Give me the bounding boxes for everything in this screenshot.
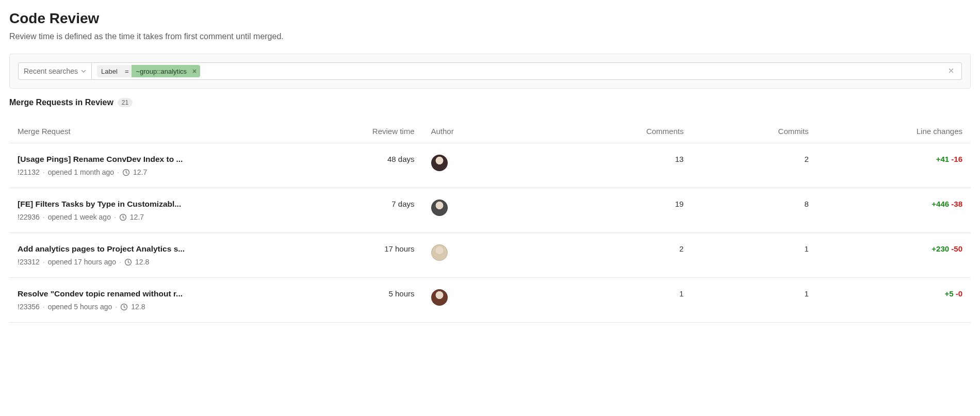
- clock-icon: [124, 258, 132, 266]
- deletions: -38: [951, 199, 962, 208]
- mr-opened: opened 17 hours ago: [48, 258, 116, 266]
- col-header-comments[interactable]: Comments: [557, 111, 692, 143]
- commits-cell: 1: [692, 233, 816, 278]
- mr-opened: opened 1 week ago: [48, 213, 111, 221]
- section-count-badge: 21: [118, 98, 133, 107]
- col-header-review-time[interactable]: Review time: [317, 111, 422, 143]
- mr-meta: !23312·opened 17 hours ago·12.8: [18, 258, 308, 266]
- clock-icon: [119, 213, 127, 221]
- review-time-cell: 5 hours: [317, 278, 422, 323]
- mr-meta: !22936·opened 1 week ago·12.7: [18, 213, 308, 221]
- close-icon: [192, 69, 197, 74]
- line-changes-cell: +41 -16: [817, 143, 971, 188]
- mr-milestone[interactable]: 12.8: [131, 303, 145, 311]
- separator-dot: ·: [114, 213, 116, 221]
- col-header-line-changes[interactable]: Line changes: [817, 111, 971, 143]
- col-header-commits[interactable]: Commits: [692, 111, 816, 143]
- filter-token[interactable]: Label = ~group::analytics: [97, 65, 200, 77]
- comments-cell: 13: [557, 143, 692, 188]
- page-description: Review time is defined as the time it ta…: [9, 32, 971, 41]
- separator-dot: ·: [43, 168, 45, 176]
- page-title: Code Review: [9, 10, 971, 27]
- filter-text-input[interactable]: [200, 63, 946, 79]
- recent-searches-dropdown[interactable]: Recent searches: [18, 62, 92, 80]
- line-changes-cell: +5 -0: [817, 278, 971, 323]
- separator-dot: ·: [43, 213, 45, 221]
- mr-milestone[interactable]: 12.7: [133, 168, 147, 176]
- merge-requests-table: Merge Request Review time Author Comment…: [9, 111, 971, 323]
- separator-dot: ·: [119, 258, 121, 266]
- mr-milestone[interactable]: 12.8: [135, 258, 149, 266]
- separator-dot: ·: [43, 258, 45, 266]
- col-header-merge-request[interactable]: Merge Request: [9, 111, 317, 143]
- additions: +446: [932, 199, 949, 208]
- additions: +41: [936, 155, 949, 163]
- filter-token-operator: =: [122, 68, 132, 75]
- comments-cell: 19: [557, 188, 692, 233]
- section-header: Merge Requests in Review 21: [9, 98, 971, 107]
- avatar[interactable]: [431, 289, 448, 306]
- review-time-cell: 7 days: [317, 188, 422, 233]
- line-changes-cell: +230 -50: [817, 233, 971, 278]
- close-icon: [948, 68, 954, 74]
- mr-meta: !21132·opened 1 month ago·12.7: [18, 168, 308, 176]
- mr-milestone[interactable]: 12.7: [130, 213, 144, 221]
- commits-cell: 8: [692, 188, 816, 233]
- filter-panel: Recent searches Label = ~group::analytic…: [9, 54, 971, 89]
- mr-id[interactable]: !22936: [18, 213, 40, 221]
- table-row[interactable]: [Usage Pings] Rename ConvDev Index to ..…: [9, 143, 971, 188]
- filter-token-remove[interactable]: [191, 65, 200, 77]
- chevron-down-icon: [81, 69, 86, 74]
- filter-input-area[interactable]: Label = ~group::analytics: [92, 62, 962, 80]
- table-row[interactable]: Resolve "Condev topic renamed without r.…: [9, 278, 971, 323]
- mr-title[interactable]: [Usage Pings] Rename ConvDev Index to ..…: [18, 155, 244, 164]
- commits-cell: 1: [692, 278, 816, 323]
- commits-cell: 2: [692, 143, 816, 188]
- table-header-row: Merge Request Review time Author Comment…: [9, 111, 971, 143]
- section-title: Merge Requests in Review: [9, 98, 113, 107]
- mr-meta: !23356·opened 5 hours ago·12.8: [18, 303, 308, 311]
- separator-dot: ·: [117, 168, 119, 176]
- additions: +230: [932, 244, 949, 253]
- additions: +5: [944, 289, 953, 298]
- mr-id[interactable]: !23356: [18, 303, 40, 311]
- separator-dot: ·: [43, 303, 45, 311]
- comments-cell: 2: [557, 233, 692, 278]
- review-time-cell: 48 days: [317, 143, 422, 188]
- deletions: -50: [951, 244, 962, 253]
- separator-dot: ·: [115, 303, 117, 311]
- filter-token-key: Label: [97, 68, 122, 75]
- deletions: -0: [956, 289, 962, 298]
- mr-title[interactable]: Add analytics pages to Project Analytics…: [18, 244, 244, 254]
- mr-id[interactable]: !21132: [18, 168, 40, 176]
- table-row[interactable]: Add analytics pages to Project Analytics…: [9, 233, 971, 278]
- mr-title[interactable]: [FE] Filters Tasks by Type in Customizab…: [18, 199, 244, 209]
- filter-clear-button[interactable]: [946, 66, 956, 76]
- mr-opened: opened 5 hours ago: [48, 303, 112, 311]
- avatar[interactable]: [431, 155, 448, 171]
- col-header-author[interactable]: Author: [423, 111, 558, 143]
- avatar[interactable]: [431, 244, 448, 261]
- comments-cell: 1: [557, 278, 692, 323]
- line-changes-cell: +446 -38: [817, 188, 971, 233]
- clock-icon: [120, 303, 128, 311]
- table-row[interactable]: [FE] Filters Tasks by Type in Customizab…: [9, 188, 971, 233]
- mr-title[interactable]: Resolve "Condev topic renamed without r.…: [18, 289, 244, 298]
- mr-id[interactable]: !23312: [18, 258, 40, 266]
- deletions: -16: [951, 155, 962, 163]
- filter-token-value: ~group::analytics: [132, 65, 191, 77]
- review-time-cell: 17 hours: [317, 233, 422, 278]
- clock-icon: [122, 169, 130, 176]
- avatar[interactable]: [431, 199, 448, 216]
- mr-opened: opened 1 month ago: [48, 168, 114, 176]
- recent-searches-label: Recent searches: [24, 67, 78, 75]
